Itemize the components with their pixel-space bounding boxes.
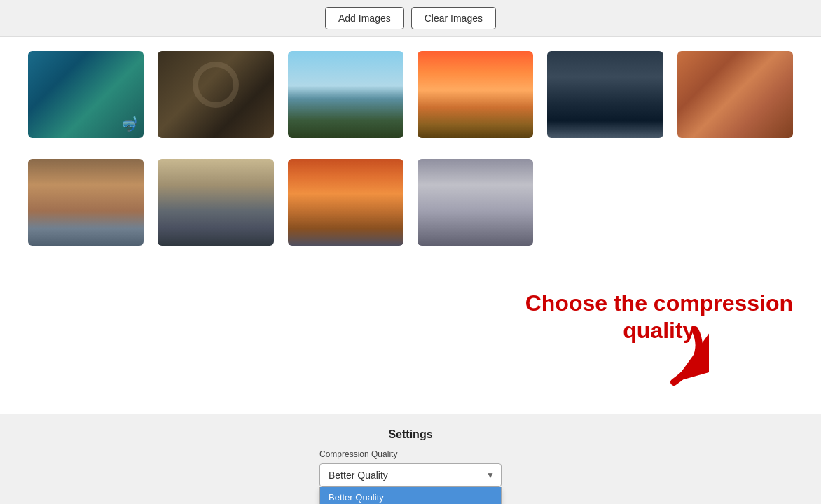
image-thumb-3[interactable] — [288, 51, 403, 138]
image-thumb-5[interactable] — [547, 51, 663, 138]
main-area: Choose the compression quality — [0, 37, 821, 414]
settings-title: Settings — [388, 428, 432, 441]
image-thumb-9[interactable] — [288, 159, 403, 246]
clear-images-button[interactable]: Clear Images — [411, 7, 496, 29]
image-thumb-12 — [677, 159, 793, 246]
annotation-text: Choose the compression quality — [525, 290, 793, 344]
compression-dropdown-list: Better Quality Smaller Size Specific Fil… — [319, 487, 502, 504]
image-grid-row1 — [28, 51, 793, 138]
add-images-button[interactable]: Add Images — [325, 7, 404, 29]
dropdown-item-better-quality[interactable]: Better Quality — [320, 487, 501, 504]
compression-quality-label: Compression Quality — [319, 449, 397, 459]
image-thumb-11 — [547, 159, 663, 246]
top-bar: Add Images Clear Images — [0, 0, 821, 37]
image-grid-row2 — [28, 159, 793, 246]
compression-quality-select[interactable]: Better Quality Smaller Size Specific Fil… — [319, 463, 502, 487]
image-thumb-4[interactable] — [418, 51, 533, 138]
settings-panel: Settings Compression Quality Better Qual… — [0, 414, 821, 504]
image-thumb-8[interactable] — [158, 159, 273, 246]
image-thumb-2[interactable] — [158, 51, 273, 138]
arrow-indicator — [625, 323, 709, 393]
image-thumb-1[interactable] — [28, 51, 144, 138]
compression-quality-wrapper: Better Quality Smaller Size Specific Fil… — [319, 463, 502, 487]
image-thumb-7[interactable] — [28, 159, 144, 246]
image-thumb-6[interactable] — [677, 51, 793, 138]
image-thumb-10[interactable] — [418, 159, 533, 246]
